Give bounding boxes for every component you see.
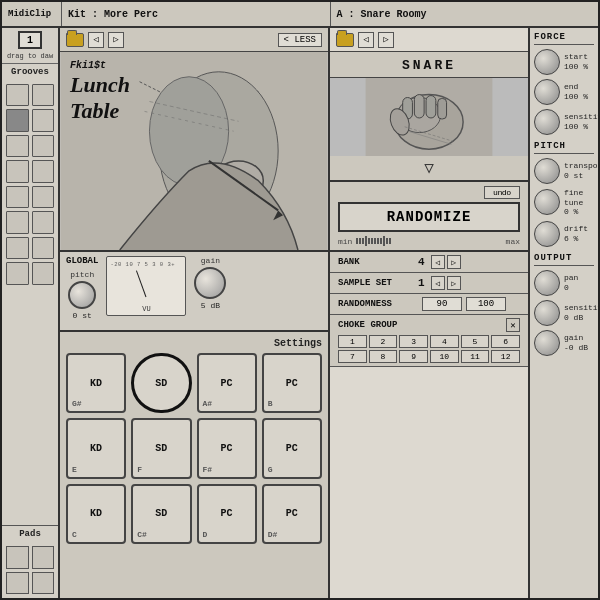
- snare-arrow[interactable]: ▽: [422, 156, 436, 180]
- groove-cell-5[interactable]: [6, 135, 29, 158]
- a-prev-btn[interactable]: ◁: [358, 32, 374, 48]
- pad-1[interactable]: SD: [131, 353, 191, 413]
- pad-9[interactable]: SD C#: [131, 484, 191, 544]
- tick-4: [368, 238, 370, 244]
- force-end-knob[interactable]: [534, 79, 560, 105]
- clip-number[interactable]: 1: [18, 31, 42, 49]
- groove-cell-12[interactable]: [32, 211, 55, 234]
- less-btn[interactable]: < LESS: [278, 33, 322, 47]
- pads-mini-grid: [2, 542, 58, 598]
- a-section: A : Snare Roomy: [331, 2, 599, 26]
- tick-1: [356, 238, 358, 244]
- choke-close-btn[interactable]: ✕: [506, 318, 520, 332]
- output-pan-knob[interactable]: [534, 270, 560, 296]
- groove-cell-10[interactable]: [32, 186, 55, 209]
- randomize-button[interactable]: RANDOMIZE: [338, 202, 520, 232]
- randomness-max[interactable]: 100: [466, 297, 506, 311]
- undo-button[interactable]: undo: [484, 186, 520, 199]
- groove-cell-4[interactable]: [32, 109, 55, 132]
- pitch-knob[interactable]: [68, 281, 96, 309]
- pad-3[interactable]: PC B: [262, 353, 322, 413]
- groove-cell-7[interactable]: [6, 160, 29, 183]
- choke-cell-4[interactable]: 4: [430, 335, 459, 348]
- randomness-min[interactable]: 90: [422, 297, 462, 311]
- pad-11[interactable]: PC D#: [262, 484, 322, 544]
- groove-cell-15[interactable]: [6, 262, 29, 285]
- choke-cell-7[interactable]: 7: [338, 350, 367, 363]
- global-section: GLOBAL pitch 0 st -20 10 7 5 3 0 3+ VU g…: [60, 252, 328, 332]
- force-sensitivity-label: sensitivity 100 %: [564, 112, 600, 131]
- pads-cell-2[interactable]: [32, 546, 55, 569]
- force-end-row: end 100 %: [534, 79, 594, 105]
- pad-0[interactable]: KD G#: [66, 353, 126, 413]
- pad-4[interactable]: KD E: [66, 418, 126, 478]
- pitch-drift-knob[interactable]: [534, 221, 560, 247]
- groove-cell-16[interactable]: [32, 262, 55, 285]
- bank-value: 4: [418, 256, 425, 268]
- vu-scale: -20 10 7 5 3 0 3+: [110, 261, 175, 268]
- pitch-divider: PITCH: [534, 141, 594, 154]
- choke-cell-2[interactable]: 2: [369, 335, 398, 348]
- groove-cell-9[interactable]: [6, 186, 29, 209]
- kit-section: Kit : More Perc: [62, 2, 331, 26]
- pads-cell-4[interactable]: [32, 572, 55, 595]
- choke-cell-1[interactable]: 1: [338, 335, 367, 348]
- pad-8[interactable]: KD C: [66, 484, 126, 544]
- force-start-label: start 100 %: [564, 52, 588, 71]
- choke-cell-10[interactable]: 10: [430, 350, 459, 363]
- bank-next-btn[interactable]: ▷: [447, 255, 461, 269]
- pad-7[interactable]: PC G: [262, 418, 322, 478]
- pads-cell-1[interactable]: [6, 546, 29, 569]
- pad-5[interactable]: SD F: [131, 418, 191, 478]
- output-sensitivity-row: sensitivity 0 dB: [534, 300, 594, 326]
- pitch-transpose-knob[interactable]: [534, 158, 560, 184]
- pitch-transpose-row: transpose 0 st: [534, 158, 594, 184]
- next-btn[interactable]: ▷: [108, 32, 124, 48]
- pad-6[interactable]: PC F#: [197, 418, 257, 478]
- tick-bar: [354, 236, 503, 246]
- tick-7: [377, 238, 379, 244]
- output-sensitivity-knob[interactable]: [534, 300, 560, 326]
- a-next-btn[interactable]: ▷: [378, 32, 394, 48]
- groove-cell-6[interactable]: [32, 135, 55, 158]
- grooves-grid: [2, 80, 58, 525]
- a-folder-icon[interactable]: [336, 33, 354, 47]
- groove-cell-13[interactable]: [6, 237, 29, 260]
- groove-cell-3[interactable]: [6, 109, 29, 132]
- sample-set-prev-btn[interactable]: ◁: [431, 276, 445, 290]
- force-start-knob[interactable]: [534, 49, 560, 75]
- pad-2[interactable]: PC A#: [197, 353, 257, 413]
- tick-2: [359, 238, 361, 244]
- snare-display: SNARE: [330, 52, 528, 182]
- groove-cell-11[interactable]: [6, 211, 29, 234]
- choke-cell-8[interactable]: 8: [369, 350, 398, 363]
- groove-cell-14[interactable]: [32, 237, 55, 260]
- svg-rect-17: [426, 96, 436, 118]
- groove-cell-8[interactable]: [32, 160, 55, 183]
- pad-10[interactable]: PC D: [197, 484, 257, 544]
- pitch-transpose-label: transpose 0 st: [564, 161, 600, 180]
- prev-btn[interactable]: ◁: [88, 32, 104, 48]
- choke-cell-12[interactable]: 12: [491, 350, 520, 363]
- force-sensitivity-knob[interactable]: [534, 109, 560, 135]
- tick-5: [371, 238, 373, 244]
- pitch-fine-knob[interactable]: [534, 189, 560, 215]
- tick-center: [365, 236, 367, 246]
- groove-cell-1[interactable]: [6, 84, 29, 107]
- vu-label: VU: [107, 305, 185, 313]
- gain-knob[interactable]: [194, 267, 226, 299]
- choke-cell-11[interactable]: 11: [461, 350, 490, 363]
- bank-prev-btn[interactable]: ◁: [431, 255, 445, 269]
- randomize-section: undo RANDOMIZE min: [330, 182, 528, 252]
- choke-cell-6[interactable]: 6: [491, 335, 520, 348]
- sample-set-next-btn[interactable]: ▷: [447, 276, 461, 290]
- choke-cell-5[interactable]: 5: [461, 335, 490, 348]
- choke-cell-9[interactable]: 9: [399, 350, 428, 363]
- pad-grid: KD G# SD PC A# PC B: [66, 353, 322, 544]
- output-gain-row: gain -0 dB: [534, 330, 594, 356]
- folder-icon[interactable]: [66, 33, 84, 47]
- pads-cell-3[interactable]: [6, 572, 29, 595]
- choke-cell-3[interactable]: 3: [399, 335, 428, 348]
- output-gain-knob[interactable]: [534, 330, 560, 356]
- groove-cell-2[interactable]: [32, 84, 55, 107]
